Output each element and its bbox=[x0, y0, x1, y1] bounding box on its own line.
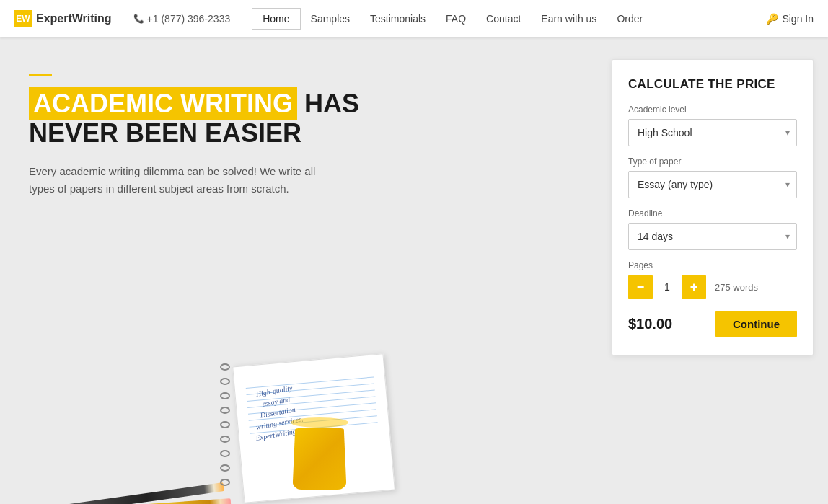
price-card: CALCULATE THE PRICE Academic level High … bbox=[612, 59, 814, 355]
nav-earn[interactable]: Earn with us bbox=[531, 9, 607, 29]
logo[interactable]: EW ExpertWriting bbox=[14, 10, 112, 27]
hero-headline: ACADEMIC WRITING HAS NEVER BEEN EASIER bbox=[29, 89, 568, 149]
price-display: $10.00 bbox=[628, 316, 672, 332]
words-count: 275 words bbox=[715, 282, 758, 293]
logo-box: EW bbox=[14, 10, 32, 27]
hero-section: ACADEMIC WRITING HAS NEVER BEEN EASIER E… bbox=[0, 37, 597, 504]
headline-rest-1: HAS bbox=[304, 89, 359, 118]
deadline-wrapper: 14 days 10 days 7 days 5 days 3 days 2 d… bbox=[628, 223, 797, 250]
continue-button[interactable]: Continue bbox=[715, 311, 797, 337]
pages-plus-button[interactable]: + bbox=[682, 275, 706, 299]
paper-type-label: Type of paper bbox=[628, 156, 797, 167]
glass-body bbox=[293, 428, 347, 490]
glass-rim bbox=[291, 417, 348, 428]
signin-button[interactable]: 🔑 Sign In bbox=[766, 13, 814, 25]
main-content: ACADEMIC WRITING HAS NEVER BEEN EASIER E… bbox=[0, 37, 828, 504]
card-title: CALCULATE THE PRICE bbox=[628, 77, 797, 92]
header: EW ExpertWriting 📞 +1 (877) 396-2333 Hom… bbox=[0, 0, 828, 37]
nav-faq[interactable]: FAQ bbox=[436, 9, 476, 29]
juice-glass-illustration bbox=[287, 417, 352, 490]
pages-controls: − 1 + 275 words bbox=[628, 275, 797, 299]
academic-level-select[interactable]: High School Undergraduate Master's PhD bbox=[628, 119, 797, 146]
phone-number: 📞 +1 (877) 396-2333 bbox=[133, 13, 231, 25]
pages-minus-button[interactable]: − bbox=[628, 275, 653, 299]
pages-section: Pages − 1 + 275 words bbox=[628, 260, 797, 299]
headline-highlight: ACADEMIC WRITING bbox=[29, 87, 297, 120]
signin-icon: 🔑 bbox=[766, 13, 778, 25]
accent-line bbox=[29, 74, 52, 76]
headline-line-2: NEVER BEEN EASIER bbox=[29, 118, 301, 148]
deadline-label: Deadline bbox=[628, 208, 797, 218]
calculator-section: CALCULATE THE PRICE Academic level High … bbox=[597, 37, 828, 504]
nav-order[interactable]: Order bbox=[607, 9, 653, 29]
pages-label: Pages bbox=[628, 260, 797, 270]
academic-level-wrapper: High School Undergraduate Master's PhD ▾ bbox=[628, 119, 797, 146]
deadline-select[interactable]: 14 days 10 days 7 days 5 days 3 days 2 d… bbox=[628, 223, 797, 250]
academic-level-label: Academic level bbox=[628, 105, 797, 115]
nav-contact[interactable]: Contact bbox=[476, 9, 531, 29]
card-footer: $10.00 Continue bbox=[628, 311, 797, 337]
paper-type-wrapper: Essay (any type) Research Paper Coursewo… bbox=[628, 171, 797, 198]
hero-subtext: Every academic writing dilemma can be so… bbox=[29, 163, 317, 198]
phone-icon: 📞 bbox=[133, 14, 144, 24]
nav-testimonials[interactable]: Testimonials bbox=[360, 9, 436, 29]
nav-samples[interactable]: Samples bbox=[301, 9, 360, 29]
paper-type-select[interactable]: Essay (any type) Research Paper Coursewo… bbox=[628, 171, 797, 198]
nav-home[interactable]: Home bbox=[252, 8, 300, 30]
pages-count: 1 bbox=[653, 275, 682, 299]
main-nav: Home Samples Testimonials FAQ Contact Ea… bbox=[252, 8, 766, 30]
notebook-spiral bbox=[220, 353, 234, 497]
logo-text: ExpertWriting bbox=[36, 12, 112, 25]
